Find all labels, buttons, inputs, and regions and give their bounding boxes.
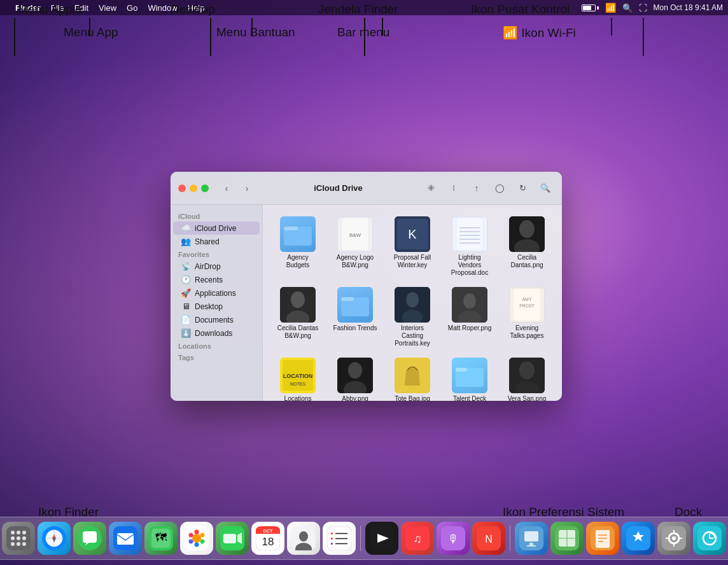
- maximize-button[interactable]: [201, 185, 209, 192]
- menu-window[interactable]: Window: [148, 3, 177, 13]
- dock-app-store[interactable]: [622, 522, 655, 555]
- documents-icon: 📄: [181, 315, 191, 324]
- file-matt-roper[interactable]: Matt Roper.png: [442, 283, 497, 351]
- dock-maps[interactable]: 🗺: [144, 522, 178, 555]
- dock-photos[interactable]: [180, 522, 213, 555]
- dock-pages[interactable]: [586, 522, 619, 555]
- file-fashion-trends[interactable]: Fashion Trends: [328, 283, 382, 351]
- dock-calendar[interactable]: OCT18: [251, 522, 284, 555]
- file-thumb-proposal: K: [395, 216, 430, 252]
- file-lighting-vendors[interactable]: Lighting Vendors Proposal.doc: [442, 213, 497, 281]
- file-thumb-tote: [395, 358, 430, 393]
- search-icon[interactable]: 🔍: [622, 3, 633, 13]
- recents-icon: 🕐: [181, 275, 191, 284]
- svg-rect-64: [117, 533, 134, 545]
- wifi-icon[interactable]: 📶: [605, 3, 616, 13]
- file-agency-budgets[interactable]: Agency Budgets: [270, 213, 325, 281]
- menu-bar-right: 📶 🔍 ⛶ Mon Oct 18 9:41 AM: [582, 3, 723, 13]
- downloads-icon: ⬇️: [181, 328, 191, 338]
- action-button[interactable]: ↻: [514, 181, 531, 195]
- menu-help[interactable]: Help: [188, 3, 205, 13]
- airdrop-icon: 📡: [181, 262, 191, 271]
- svg-point-41: [519, 361, 535, 379]
- menu-go[interactable]: Go: [127, 3, 137, 13]
- file-name-casting: Interiors Casting Portraits.key: [389, 324, 435, 347]
- sidebar-section-tags: Tags: [171, 351, 262, 363]
- traffic-lights: [178, 185, 209, 192]
- finder-toolbar: ‹ › iCloud Drive ⁜ ⁝ ↑ ◯ ↻ 🔍: [171, 172, 562, 205]
- dock-numbers[interactable]: [550, 522, 584, 555]
- dock-podcasts[interactable]: 🎙: [437, 522, 470, 555]
- sidebar-item-recents[interactable]: 🕐 Recents: [173, 273, 260, 286]
- dock-messages[interactable]: [73, 522, 106, 555]
- sidebar-item-applications[interactable]: 🚀 Applications: [173, 286, 260, 300]
- dock-safari[interactable]: [38, 522, 71, 555]
- svg-rect-88: [331, 533, 333, 534]
- svg-text:🗺: 🗺: [155, 531, 167, 544]
- menu-edit[interactable]: Edit: [74, 3, 88, 13]
- dock-screen-time[interactable]: [693, 522, 726, 555]
- svg-text:♫: ♫: [413, 533, 422, 545]
- svg-text:18: 18: [262, 536, 274, 548]
- app-menu-finder[interactable]: Finder: [15, 3, 41, 13]
- dock-news[interactable]: N: [472, 522, 505, 555]
- file-vera-san[interactable]: Vera San.png: [500, 354, 554, 401]
- back-button[interactable]: ‹: [219, 181, 234, 196]
- file-cecilia-bw[interactable]: Cecilia Dantas B&W.png: [270, 283, 325, 351]
- dock-system-preferences[interactable]: [657, 522, 690, 555]
- file-name-agency-budgets: Agency Budgets: [275, 254, 321, 269]
- sidebar-item-downloads[interactable]: ⬇️ Downloads: [173, 326, 260, 340]
- view-grid-button[interactable]: ⁜: [422, 181, 440, 195]
- file-abby[interactable]: Abby.png: [328, 354, 382, 401]
- file-name-fashion-trends: Fashion Trends: [333, 324, 377, 332]
- file-tote-bag[interactable]: Tote Bag.jpg: [385, 354, 440, 401]
- sidebar-label-downloads: Downloads: [195, 329, 232, 338]
- dock-contacts[interactable]: [287, 522, 320, 555]
- file-locations-notes[interactable]: LOCATIONNOTES Locations Notes.key: [270, 354, 325, 401]
- dock-reminders[interactable]: [323, 522, 356, 555]
- view-list-button[interactable]: ⁝: [445, 181, 463, 195]
- dock-mail[interactable]: [109, 522, 142, 555]
- menu-view[interactable]: View: [99, 3, 116, 13]
- svg-point-72: [200, 540, 205, 544]
- svg-rect-120: [673, 543, 675, 547]
- sidebar-item-airdrop[interactable]: 📡 AirDrop: [173, 260, 260, 273]
- tag-button[interactable]: ◯: [491, 181, 508, 195]
- file-agency-logo[interactable]: B&W Agency Logo B&W.png: [328, 213, 382, 281]
- file-talent-deck[interactable]: Talent Deck: [442, 354, 497, 401]
- menu-bar: Finder File Edit View Go Window Help 📶 🔍…: [0, 0, 728, 15]
- svg-text:LOCATION: LOCATION: [283, 373, 312, 379]
- dock-keynote[interactable]: [515, 522, 548, 555]
- svg-rect-20: [341, 297, 354, 301]
- svg-point-51: [22, 536, 26, 540]
- control-center-icon[interactable]: ⛶: [639, 3, 647, 13]
- finder-content[interactable]: Agency Budgets B&W Agency Logo B&W.png K…: [263, 205, 562, 401]
- svg-text:AMY: AMY: [522, 297, 532, 302]
- sidebar-item-desktop[interactable]: 🖥 Desktop: [173, 300, 260, 313]
- dock-music[interactable]: ♫: [401, 522, 434, 555]
- sidebar-item-documents[interactable]: 📄 Documents: [173, 313, 260, 326]
- dock-apple-tv[interactable]: [365, 522, 398, 555]
- sidebar-item-shared[interactable]: 👥 Shared: [173, 235, 260, 248]
- svg-point-53: [17, 542, 20, 546]
- minimize-button[interactable]: [190, 185, 197, 192]
- file-proposal-fall[interactable]: K Proposal Fall Winter.key: [385, 213, 440, 281]
- close-button[interactable]: [178, 185, 186, 192]
- share-button[interactable]: ↑: [468, 181, 486, 195]
- file-name-evening: Evening Talks.pages: [504, 324, 550, 340]
- svg-rect-121: [666, 538, 669, 539]
- dock-launchpad[interactable]: [2, 522, 35, 555]
- file-evening-talks[interactable]: AMYFROST Evening Talks.pages: [500, 283, 554, 351]
- forward-button[interactable]: ›: [239, 181, 255, 196]
- svg-text:NOTES: NOTES: [290, 382, 305, 386]
- search-button[interactable]: 🔍: [536, 181, 554, 195]
- sidebar-item-icloud-drive[interactable]: ☁️ iCloud Drive: [173, 221, 260, 235]
- file-interiors-casting[interactable]: Interiors Casting Portraits.key: [385, 283, 440, 351]
- svg-point-74: [189, 540, 193, 544]
- file-thumb-locations: LOCATIONNOTES: [280, 358, 316, 393]
- svg-point-69: [192, 534, 201, 543]
- dock-facetime[interactable]: [216, 522, 249, 555]
- file-cecilia-dantas[interactable]: Cecilia Dantas.png: [500, 213, 554, 281]
- sidebar-label-recents: Recents: [195, 276, 223, 284]
- menu-file[interactable]: File: [51, 3, 64, 13]
